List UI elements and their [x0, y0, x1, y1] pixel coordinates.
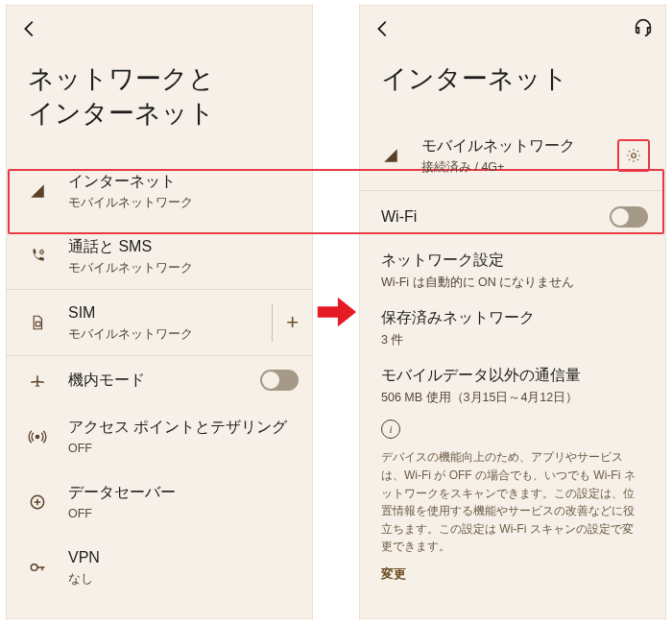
row-data-saver[interactable]: データセーバー OFF	[7, 469, 312, 535]
row-airplane-mode[interactable]: 機内モード	[7, 356, 312, 404]
change-link[interactable]: 変更	[381, 565, 644, 583]
svg-point-5	[632, 154, 636, 158]
page-title: インターネット	[360, 52, 665, 123]
row-hotspot-tethering[interactable]: アクセス ポイントとテザリング OFF	[7, 404, 312, 469]
row-calls-sms[interactable]: 通話と SMS モバイルネットワーク	[7, 224, 312, 289]
signal-triangle-icon	[24, 182, 51, 200]
phone-settings-icon	[24, 248, 51, 265]
row-internet[interactable]: インターネット モバイルネットワーク	[7, 158, 312, 224]
gear-icon	[625, 147, 642, 164]
vpn-key-icon	[24, 558, 51, 577]
row-network-preferences[interactable]: ネットワーク設定 Wi-Fi は自動的に ON になりません	[360, 241, 665, 299]
svg-point-2	[36, 435, 38, 438]
signal-triangle-icon	[377, 147, 404, 164]
sim-card-icon	[24, 314, 51, 331]
row-saved-networks[interactable]: 保存済みネットワーク 3 件	[360, 299, 665, 356]
screen-internet: インターネット モバイルネットワーク 接続済み / 4G+ Wi-Fi ネットワ…	[359, 5, 666, 619]
hotspot-icon	[24, 427, 51, 446]
row-mobile-network[interactable]: モバイルネットワーク 接続済み / 4G+	[360, 123, 665, 188]
row-vpn[interactable]: VPN なし	[7, 535, 312, 600]
row-non-mobile-data-usage[interactable]: モバイルデータ以外の通信量 506 MB 使用（3月15日～4月12日）	[360, 356, 665, 414]
flow-arrow-icon	[313, 290, 359, 334]
svg-point-4	[31, 564, 37, 571]
airplane-icon	[24, 372, 51, 389]
info-icon: i	[381, 420, 400, 439]
add-sim-button[interactable]: +	[258, 303, 299, 342]
page-title: ネットワークとインターネット	[7, 52, 312, 158]
mobile-network-settings-button[interactable]	[617, 139, 650, 172]
row-sim[interactable]: SIM モバイルネットワーク +	[7, 290, 312, 355]
plus-icon: +	[286, 310, 299, 335]
back-button[interactable]	[18, 17, 41, 40]
back-button[interactable]	[372, 17, 395, 40]
support-headset-icon[interactable]	[633, 16, 654, 41]
svg-point-0	[40, 251, 43, 253]
data-saver-icon	[24, 492, 51, 512]
row-wifi[interactable]: Wi-Fi	[360, 193, 665, 241]
wifi-scanning-note: i デバイスの機能向上のため、アプリやサービスは、Wi-Fi が OFF の場合…	[360, 414, 665, 592]
svg-rect-1	[36, 322, 41, 326]
screen-network-and-internet: ネットワークとインターネット インターネット モバイルネットワーク 通話と SM…	[6, 5, 313, 619]
airplane-toggle[interactable]	[260, 370, 299, 391]
wifi-toggle[interactable]	[610, 206, 648, 228]
